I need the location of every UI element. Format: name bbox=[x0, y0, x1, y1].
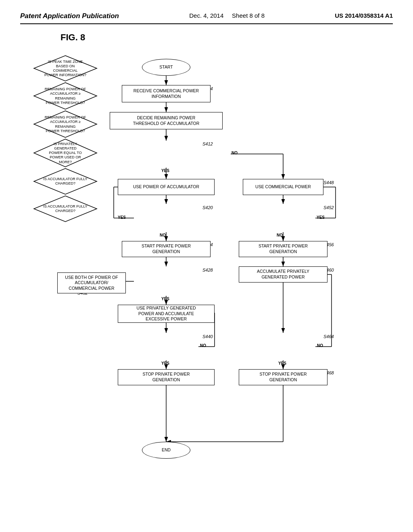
node-start: START bbox=[142, 59, 190, 76]
s464-yes: YES bbox=[278, 361, 286, 366]
header-center: Dec. 4, 2014 Sheet 8 of 8 bbox=[189, 12, 265, 19]
header-date: Dec. 4, 2014 bbox=[189, 12, 223, 19]
node-s416: USE POWER OF ACCUMULATOR bbox=[118, 179, 215, 195]
s420-no: NO bbox=[160, 233, 166, 237]
node-end: END bbox=[142, 442, 190, 459]
page: Patent Application Publication Dec. 4, 2… bbox=[0, 0, 413, 532]
label-s448: S448 bbox=[323, 180, 334, 185]
node-s424: START PRIVATE POWER GENERATION bbox=[122, 241, 211, 257]
header-left: Patent Application Publication bbox=[20, 12, 119, 20]
label-s428: S428 bbox=[202, 268, 213, 272]
header-sheet: Sheet 8 of 8 bbox=[232, 12, 265, 19]
label-s440: S440 bbox=[202, 334, 213, 339]
s464-no: NO bbox=[317, 343, 323, 348]
node-s448: USE COMMERCIAL POWER bbox=[243, 179, 323, 195]
node-s432: USE BOTH OF POWER OF ACCUMULATOR/ COMMER… bbox=[57, 272, 126, 293]
header-right: US 2014/0358314 A1 bbox=[335, 12, 393, 19]
s440-no: NO bbox=[200, 343, 206, 348]
node-s404: RECEIVE COMMERCIAL POWER INFORMATION bbox=[122, 85, 211, 102]
node-s420: REMAINING POWER OF ACCUMULATOR ≥ REMAINI… bbox=[33, 82, 98, 110]
node-s440: IS ACCUMULATOR FULLY CHARGED? bbox=[33, 168, 98, 195]
label-s412: S412 bbox=[202, 141, 213, 146]
node-s428: IS PRIVATELY GENERATED POWER EQUAL TO PO… bbox=[33, 138, 98, 168]
node-s444: STOP PRIVATE POWER GENERATION bbox=[118, 369, 215, 385]
s452-no: NO bbox=[277, 233, 283, 237]
node-s408: DECIDE REMAINING POWER THRESHOLD OF ACCU… bbox=[110, 112, 223, 129]
s412-no: NO bbox=[232, 151, 238, 155]
s412-yes: YES bbox=[161, 168, 169, 173]
s440-yes: YES bbox=[161, 361, 169, 366]
label-s420: S420 bbox=[202, 205, 213, 210]
node-s452: REMAINING POWER OF ACCUMULATOR ≥ REMAINI… bbox=[33, 110, 98, 138]
s420-yes: YES bbox=[118, 215, 126, 220]
s428-yes: YES bbox=[161, 297, 169, 301]
node-s460: ACCUMULATE PRIVATELY GENERATED POWER bbox=[239, 266, 327, 283]
fig-label: FIG. 8 bbox=[60, 32, 393, 43]
header: Patent Application Publication Dec. 4, 2… bbox=[20, 12, 393, 24]
node-s456: START PRIVATE POWER GENERATION bbox=[239, 241, 327, 257]
label-s452: S452 bbox=[323, 205, 334, 210]
node-s436: USE PRIVATELY GENERATED POWER AND ACCUMU… bbox=[118, 305, 215, 323]
flowchart: START S404 RECEIVE COMMERCIAL POWER INFO… bbox=[33, 55, 380, 490]
label-s464: S464 bbox=[323, 334, 334, 339]
node-s464: IS ACCUMULATOR FULLY CHARGED? bbox=[33, 195, 98, 222]
node-s468: STOP PRIVATE POWER GENERATION bbox=[239, 369, 327, 385]
node-s412: IS PEAK TIME ZONE BASED ON COMMERCIAL PO… bbox=[33, 55, 98, 82]
s452-yes: YES bbox=[317, 215, 325, 220]
